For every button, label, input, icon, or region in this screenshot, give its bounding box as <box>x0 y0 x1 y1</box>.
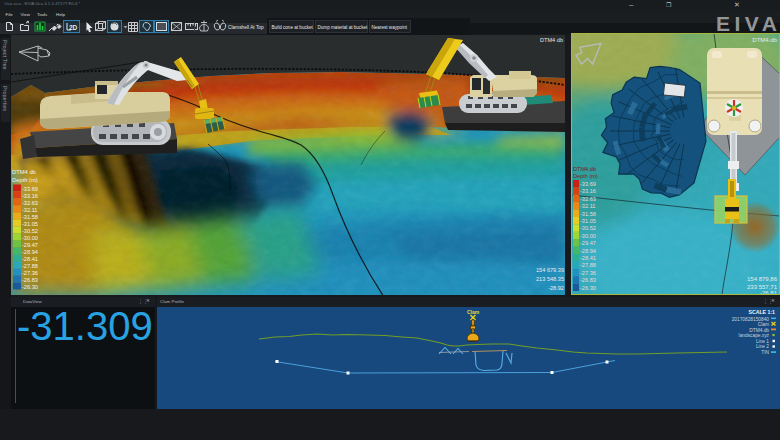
svg-text:-30.52: -30.52 <box>580 225 596 231</box>
svg-text:SCALE 1:1: SCALE 1:1 <box>748 309 775 315</box>
svg-text:Clamshell At Top: Clamshell At Top <box>228 25 264 30</box>
svg-text:-28.41: -28.41 <box>22 256 38 262</box>
svg-text:Line 1: Line 1 <box>756 339 769 344</box>
svg-text:Line 2: Line 2 <box>756 344 769 349</box>
svg-text:-26.30: -26.30 <box>22 284 38 290</box>
svg-text:-30.52: -30.52 <box>22 228 38 234</box>
svg-text:-29.47: -29.47 <box>22 242 38 248</box>
svg-text:-32.63: -32.63 <box>22 200 38 206</box>
svg-text:DTM4.db: DTM4.db <box>752 37 777 43</box>
svg-text:-32.63: -32.63 <box>580 196 596 202</box>
svg-text:Clam: Clam <box>467 309 480 315</box>
svg-text:Clam: Clam <box>758 322 769 327</box>
svg-text:DTM4 db: DTM4 db <box>12 169 36 175</box>
svg-text:-33.16: -33.16 <box>580 188 596 194</box>
svg-text:-27.36: -27.36 <box>580 270 596 276</box>
svg-text:-33.69: -33.69 <box>580 181 596 187</box>
svg-text:-26.83: -26.83 <box>22 277 38 283</box>
svg-text:-27.88: -27.88 <box>22 263 38 269</box>
svg-text:213 548.35: 213 548.35 <box>536 276 564 282</box>
svg-text:Dump material at bucket: Dump material at bucket <box>318 25 369 30</box>
svg-text:TIN: TIN <box>761 350 769 355</box>
svg-text:Nearest waypoint: Nearest waypoint <box>372 25 408 30</box>
svg-text:154 679.39: 154 679.39 <box>536 267 564 273</box>
svg-text:-27.36: -27.36 <box>22 270 38 276</box>
svg-text:DTM4.db: DTM4.db <box>573 166 596 172</box>
svg-text:-31.58: -31.58 <box>580 211 596 217</box>
svg-text:154 879,86: 154 879,86 <box>747 276 778 282</box>
svg-text:-32.11: -32.11 <box>22 207 37 213</box>
svg-text:Depth (m): Depth (m) <box>573 173 598 179</box>
svg-text:-31.05: -31.05 <box>22 221 38 227</box>
svg-text:-28.41: -28.41 <box>580 255 596 261</box>
svg-text:-31.05: -31.05 <box>580 218 596 224</box>
svg-text:-33.69: -33.69 <box>22 186 38 192</box>
svg-text:-30.00: -30.00 <box>22 235 38 241</box>
svg-text:-33.16: -33.16 <box>22 193 38 199</box>
svg-text:20170828150840: 20170828150840 <box>732 317 770 322</box>
svg-text:DTM4 db: DTM4 db <box>540 37 563 43</box>
svg-text:-31.58: -31.58 <box>22 214 38 220</box>
svg-text:-32.11: -32.11 <box>580 203 595 209</box>
svg-text:-26.30: -26.30 <box>580 285 596 291</box>
svg-text:-27.88: -27.88 <box>580 262 596 268</box>
svg-text:-28.94: -28.94 <box>580 248 596 254</box>
svg-text:-30.00: -30.00 <box>580 233 596 239</box>
svg-text:landscape.xyz: landscape.xyz <box>739 333 770 338</box>
svg-text:DTM4.db: DTM4.db <box>749 328 769 333</box>
svg-text:-29.47: -29.47 <box>580 240 596 246</box>
svg-text:-28.94: -28.94 <box>22 249 38 255</box>
svg-text:-28.92: -28.92 <box>548 285 564 291</box>
svg-text:2D: 2D <box>69 24 78 31</box>
svg-text:Depth (m): Depth (m) <box>12 177 38 183</box>
svg-text:Build cone at bucket: Build cone at bucket <box>272 25 314 30</box>
svg-text:-26.83: -26.83 <box>580 277 596 283</box>
